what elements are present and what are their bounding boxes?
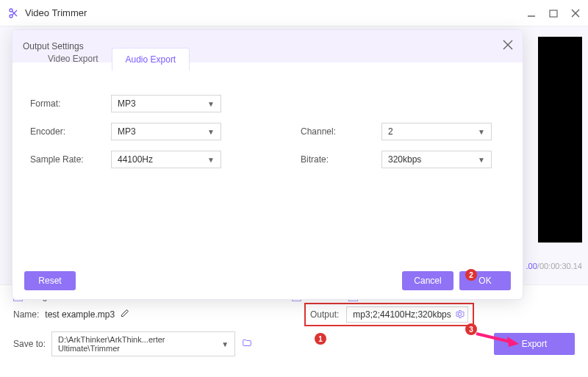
modal-footer: Reset Cancel OK	[12, 271, 523, 290]
close-window-button[interactable]	[570, 8, 581, 18]
edit-name-icon[interactable]	[121, 309, 129, 320]
save-path-dropdown[interactable]: D:\ArkThinker\ArkThink...erter Ultimate\…	[51, 331, 235, 356]
title-bar: Video Trimmer	[0, 0, 588, 26]
video-preview	[538, 37, 582, 243]
output-label: Output:	[310, 309, 339, 320]
sample-rate-dropdown[interactable]: 44100Hz ▼	[111, 151, 221, 168]
timecode-total: 00:00:30.14	[539, 262, 582, 270]
name-value: test example.mp3	[45, 309, 115, 320]
export-button[interactable]: Export	[494, 333, 575, 355]
save-to-label: Save to:	[13, 339, 46, 349]
close-icon[interactable]	[502, 39, 514, 54]
caret-down-icon: ▼	[207, 128, 215, 136]
annotation-badge-2: 2	[465, 269, 477, 281]
reset-button[interactable]: Reset	[24, 271, 76, 290]
cancel-button[interactable]: Cancel	[402, 271, 453, 290]
minimize-button[interactable]	[526, 8, 537, 18]
name-label: Name:	[13, 309, 39, 320]
sample-rate-label: Sample Rate:	[30, 154, 111, 165]
modal-header: Output Settings Video Export Audio Expor…	[12, 30, 523, 62]
encoder-dropdown[interactable]: MP3 ▼	[111, 123, 221, 140]
bitrate-dropdown[interactable]: 320kbps ▼	[381, 151, 492, 168]
format-dropdown[interactable]: MP3 ▼	[111, 95, 221, 112]
maximize-button[interactable]	[548, 8, 559, 18]
gear-icon[interactable]	[455, 309, 465, 321]
annotation-badge-3: 3	[465, 323, 477, 335]
svg-rect-5	[550, 10, 557, 17]
output-settings-modal: Output Settings Video Export Audio Expor…	[12, 29, 523, 300]
annotation-badge-1: 1	[315, 333, 326, 345]
caret-down-icon: ▼	[478, 156, 485, 164]
app-title: Video Trimmer	[25, 7, 526, 18]
caret-down-icon: ▼	[207, 100, 215, 108]
channel-dropdown[interactable]: 2 ▼	[381, 123, 492, 140]
bitrate-label: Bitrate:	[301, 154, 381, 165]
open-folder-icon[interactable]	[241, 338, 253, 351]
timecode-current: .00	[526, 262, 537, 270]
app-logo-icon	[7, 7, 21, 20]
caret-down-icon: ▼	[478, 128, 485, 136]
encoder-label: Encoder:	[30, 126, 111, 137]
caret-down-icon: ▼	[221, 340, 229, 348]
format-label: Format:	[30, 98, 111, 109]
timecode-display: .00/00:00:30.14	[526, 262, 582, 270]
modal-body: Format: MP3 ▼ Encoder: MP3 ▼ Channel: 2 …	[12, 62, 523, 168]
output-settings-box: Output: mp3;2;44100Hz;320kbps	[304, 303, 474, 326]
caret-down-icon: ▼	[207, 156, 215, 164]
channel-label: Channel:	[301, 126, 381, 137]
output-value-field[interactable]: mp3;2;44100Hz;320kbps	[346, 306, 467, 323]
